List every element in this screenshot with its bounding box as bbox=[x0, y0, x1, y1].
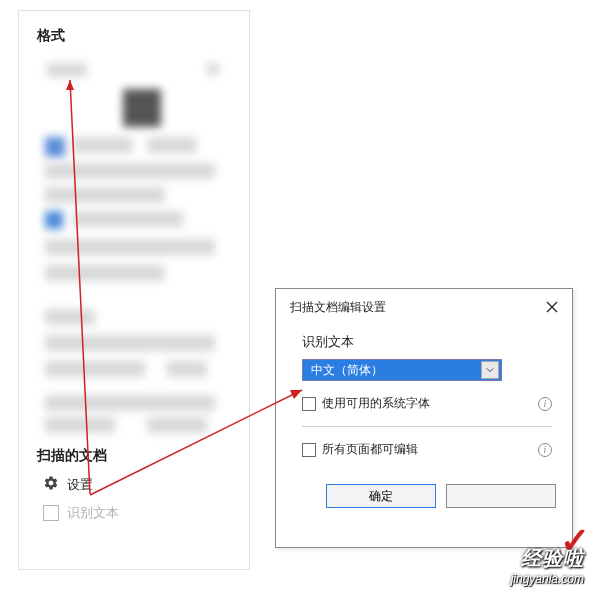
close-icon bbox=[546, 301, 558, 313]
language-dropdown[interactable]: 中文（简体） bbox=[302, 359, 502, 381]
dialog-body: 识别文本 中文（简体） 使用可用的系统字体 i 所有页面都可编辑 i bbox=[276, 325, 572, 484]
dialog-header: 扫描文档编辑设置 bbox=[276, 289, 572, 325]
system-font-checkbox[interactable] bbox=[302, 397, 316, 411]
info-icon[interactable]: i bbox=[538, 397, 552, 411]
all-pages-row[interactable]: 所有页面都可编辑 i bbox=[302, 441, 552, 458]
ocr-checkbox[interactable] bbox=[43, 505, 59, 521]
divider bbox=[302, 426, 552, 427]
scan-settings-dialog: 扫描文档编辑设置 识别文本 中文（简体） 使用可用的系统字体 i 所有页面都可编… bbox=[275, 288, 573, 548]
dropdown-value: 中文（简体） bbox=[311, 362, 383, 379]
dialog-footer: 确定 bbox=[276, 484, 572, 522]
scanned-doc-title: 扫描的文档 bbox=[37, 447, 231, 465]
system-font-row[interactable]: 使用可用的系统字体 i bbox=[302, 395, 552, 412]
blurred-content bbox=[37, 59, 233, 439]
all-pages-label: 所有页面都可编辑 bbox=[322, 441, 532, 458]
ocr-section-label: 识别文本 bbox=[302, 333, 552, 351]
ocr-label: 识别文本 bbox=[67, 504, 119, 522]
settings-button[interactable]: 设置 bbox=[43, 475, 231, 494]
close-button[interactable] bbox=[542, 297, 562, 317]
system-font-label: 使用可用的系统字体 bbox=[322, 395, 532, 412]
ocr-checkbox-row[interactable]: 识别文本 bbox=[43, 504, 231, 522]
cancel-button[interactable] bbox=[446, 484, 556, 508]
watermark-brand: 经验啦 bbox=[521, 545, 584, 572]
settings-label: 设置 bbox=[67, 476, 93, 494]
dialog-title: 扫描文档编辑设置 bbox=[290, 299, 386, 316]
all-pages-checkbox[interactable] bbox=[302, 443, 316, 457]
chevron-down-icon bbox=[481, 361, 499, 379]
watermark-url: jingyanla.com bbox=[511, 572, 584, 586]
format-title: 格式 bbox=[37, 27, 231, 45]
format-panel: 格式 扫描的文档 设置 识别文本 bbox=[18, 10, 250, 570]
info-icon[interactable]: i bbox=[538, 443, 552, 457]
gear-icon bbox=[43, 475, 59, 494]
ok-button[interactable]: 确定 bbox=[326, 484, 436, 508]
